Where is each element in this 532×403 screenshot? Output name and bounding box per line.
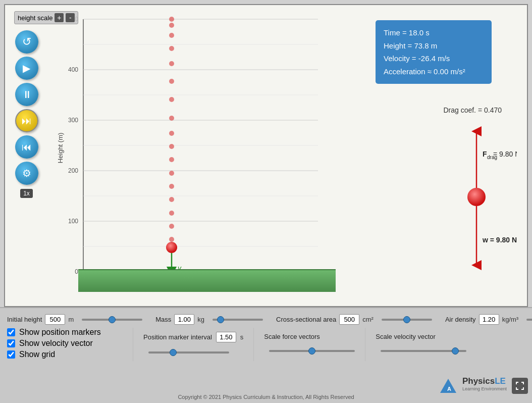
svg-text:w = 9.80 N: w = 9.80 N <box>482 236 517 244</box>
svg-point-33 <box>169 211 174 216</box>
svg-point-21 <box>169 33 174 38</box>
logo-text-container: PhysicsLE Learning Environment <box>462 376 507 391</box>
mass-control: Mass 1.00 kg <box>155 314 204 325</box>
logo-triangle-container: A <box>440 375 458 393</box>
svg-point-31 <box>169 184 174 189</box>
simulation-area: height scale + - ↺ ▶ ⏸ ⏭ ⏮ ⚙ 1x <box>4 4 528 307</box>
mass-label: Mass <box>155 316 171 323</box>
info-velocity: Velocity = -26.4 m/s <box>384 52 484 65</box>
air-density-label: Air density <box>445 316 476 323</box>
show-velocity-vector-row: Show velocity vector <box>7 339 126 348</box>
scale-force-section: Scale force vectors <box>254 328 365 361</box>
initial-height-control: Initial height 500 m <box>7 314 74 325</box>
svg-text:Height (m): Height (m) <box>57 133 64 164</box>
reset-button[interactable]: ↺ <box>15 30 38 54</box>
height-scale-label: height scale <box>18 14 52 22</box>
cross-section-value[interactable]: 500 <box>339 314 359 325</box>
svg-text:100: 100 <box>68 218 78 225</box>
scale-velocity-label: Scale velocity vector <box>376 333 436 340</box>
svg-point-29 <box>169 157 174 162</box>
initial-height-slider[interactable] <box>82 319 142 321</box>
ground <box>78 269 336 292</box>
initial-height-label: Initial height <box>7 316 42 323</box>
show-grid-row: Show grid <box>7 350 126 359</box>
svg-text:300: 300 <box>68 117 78 124</box>
svg-point-22 <box>169 46 174 51</box>
svg-point-32 <box>169 197 174 202</box>
initial-height-unit: m <box>68 316 74 323</box>
air-density-control: Air density 1.20 kg/m³ <box>445 314 518 325</box>
air-density-value[interactable]: 1.20 <box>479 314 499 325</box>
svg-point-20 <box>169 23 174 28</box>
air-density-unit: kg/m³ <box>502 316 519 323</box>
show-grid-label: Show grid <box>19 350 55 359</box>
height-scale-plus-button[interactable]: + <box>55 13 64 22</box>
show-position-markers-row: Show position markers <box>7 328 126 337</box>
step-forward-button[interactable]: ⏭ <box>15 109 38 132</box>
svg-text:= 9.80 N: = 9.80 N <box>493 150 517 158</box>
svg-point-23 <box>169 61 174 66</box>
cross-section-slider[interactable] <box>382 319 432 321</box>
air-density-slider[interactable] <box>526 319 532 321</box>
height-scale-minus-button[interactable]: - <box>66 13 75 22</box>
bottom-controls-panel: Initial height 500 m Mass 1.00 kg Cross-… <box>0 307 532 403</box>
show-position-markers-checkbox[interactable] <box>7 328 15 336</box>
checkboxes-section: Show position markers Show velocity vect… <box>7 328 133 361</box>
drag-coef-label: Drag coef. = 0.470 <box>443 106 502 114</box>
scale-velocity-section: Scale velocity vector <box>365 328 476 361</box>
svg-point-35 <box>169 237 174 242</box>
svg-point-39 <box>467 188 486 206</box>
svg-text:200: 200 <box>68 167 78 174</box>
force-diagram-svg: F drag = 9.80 N w = 9.80 N <box>436 116 517 278</box>
svg-point-19 <box>169 17 174 22</box>
show-velocity-vector-label: Show velocity vector <box>19 339 93 348</box>
svg-point-36 <box>166 242 177 253</box>
scale-force-slider[interactable] <box>269 350 355 352</box>
cross-section-label: Cross-sectional area <box>276 316 336 323</box>
svg-point-34 <box>169 224 174 229</box>
graph-canvas: 500 400 300 200 100 0 Height (m) <box>56 14 338 297</box>
fullscreen-icon <box>515 381 524 390</box>
speed-badge: 1x <box>20 189 33 198</box>
show-grid-checkbox[interactable] <box>7 350 15 359</box>
settings-button[interactable]: ⚙ <box>15 162 38 185</box>
step-back-button[interactable]: ⏮ <box>15 135 38 159</box>
height-scale-controls: height scale + - <box>14 11 78 24</box>
svg-point-28 <box>169 144 174 149</box>
show-position-markers-label: Show position markers <box>19 328 101 337</box>
info-box: Time = 18.0 s Height = 73.8 m Velocity =… <box>376 20 492 84</box>
play-button[interactable]: ▶ <box>15 57 38 80</box>
initial-height-value[interactable]: 500 <box>45 314 65 325</box>
pause-button[interactable]: ⏸ <box>15 83 38 106</box>
svg-point-27 <box>169 131 174 136</box>
scale-force-label: Scale force vectors <box>264 333 320 340</box>
logo-name: PhysicsLE <box>462 376 507 386</box>
pos-marker-interval-section: Position marker interval 1.50 s <box>133 328 254 361</box>
pos-marker-interval-label: Position marker interval <box>143 333 212 341</box>
left-controls-panel: ↺ ▶ ⏸ ⏭ ⏮ ⚙ 1x <box>10 15 43 198</box>
svg-point-24 <box>169 79 174 84</box>
pos-marker-interval-value[interactable]: 1.50 <box>216 332 236 342</box>
svg-text:400: 400 <box>68 66 78 73</box>
mass-slider[interactable] <box>212 319 263 321</box>
pos-marker-interval-unit: s <box>240 333 244 341</box>
info-time: Time = 18.0 s <box>384 26 484 39</box>
svg-point-26 <box>169 116 174 121</box>
physics-diagram: F drag = 9.80 N w = 9.80 N <box>436 116 517 278</box>
info-acceleration: Acceleration ≈ 0.00 m/s² <box>384 65 484 78</box>
physics-le-logo: A PhysicsLE Learning Environment <box>440 375 507 393</box>
svg-text:F: F <box>483 150 487 158</box>
pos-marker-interval-slider[interactable] <box>148 351 229 354</box>
logo-triangle-text: A <box>447 386 451 392</box>
mass-value[interactable]: 1.00 <box>174 314 194 325</box>
svg-point-30 <box>169 171 174 176</box>
fullscreen-button[interactable] <box>512 378 528 394</box>
mass-unit: kg <box>197 316 204 323</box>
show-velocity-vector-checkbox[interactable] <box>7 339 15 347</box>
cross-section-unit: cm² <box>362 316 374 323</box>
scale-velocity-slider[interactable] <box>381 350 466 352</box>
footer-text: Copyright © 2021 Physics Curriculum & In… <box>0 394 532 400</box>
cross-section-control: Cross-sectional area 500 cm² <box>276 314 374 325</box>
logo-sub: Learning Environment <box>462 386 507 391</box>
info-height: Height = 73.8 m <box>384 39 484 53</box>
